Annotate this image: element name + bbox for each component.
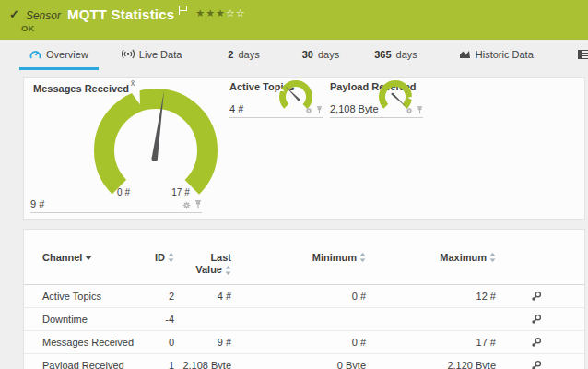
channel-gear-icon[interactable] xyxy=(305,107,312,114)
table-row: Downtime -4 xyxy=(24,308,584,331)
tab-live-data[interactable]: Live Data xyxy=(112,41,192,70)
channel-gear-icon[interactable] xyxy=(406,107,413,114)
log-table-icon xyxy=(578,50,588,59)
column-header-minimum[interactable]: Minimum xyxy=(231,252,366,263)
gauge-current-value: 2,108 Byte xyxy=(330,103,379,114)
channel-id: -4 xyxy=(151,314,174,325)
star-filled-icon[interactable]: ★ xyxy=(206,7,216,18)
tab-2-days[interactable]: 2 days xyxy=(218,41,269,70)
tab-log[interactable]: Log xyxy=(568,41,588,70)
channel-minimum: 0 Byte xyxy=(231,360,366,369)
prtg-sensor-page: { "header": { "kind": "Sensor", "title":… xyxy=(0,0,588,369)
channel-maximum: 12 # xyxy=(366,291,496,302)
channel-maximum: 2,120 Byte xyxy=(366,360,496,369)
column-header-last-value[interactable]: Last Value xyxy=(174,252,231,276)
channel-settings-wrench-icon[interactable] xyxy=(531,360,542,369)
channel-name: Messages Received xyxy=(42,337,151,348)
gauge-icon xyxy=(29,49,41,60)
tab-365-days[interactable]: 365 days xyxy=(364,41,428,70)
gauge-max-label: 17 # xyxy=(162,187,199,197)
channel-name: Payload Received xyxy=(42,360,151,369)
messages-received-gauge[interactable] xyxy=(87,80,234,205)
table-header-row: Channel ID Last Value Minimum xyxy=(24,230,584,285)
status-check-icon: ✓ xyxy=(9,7,19,22)
tab-30-days[interactable]: 30 days xyxy=(292,41,350,70)
channel-minimum: 0 # xyxy=(231,337,366,348)
gauge-current-value: 9 # xyxy=(30,198,44,209)
star-empty-icon[interactable]: ☆ xyxy=(226,7,236,18)
gauge-footer-payload: 2,108 Byte xyxy=(330,103,423,118)
gauge-average-marker-label: x̄ xyxy=(125,78,140,88)
sort-icon xyxy=(168,253,174,262)
column-header-id[interactable]: ID xyxy=(151,252,174,263)
channel-last-value: 2,108 Byte xyxy=(174,360,231,369)
gauge-min-label: 0 # xyxy=(105,187,142,197)
channel-name: Downtime xyxy=(42,314,151,325)
column-header-channel[interactable]: Channel xyxy=(42,252,151,263)
pin-icon[interactable] xyxy=(194,200,202,209)
priority-flag-icon[interactable] xyxy=(178,6,188,18)
channel-table-panel: Channel ID Last Value Minimum xyxy=(23,229,585,369)
table-row: Messages Received 0 9 # 0 # 17 # xyxy=(24,331,584,354)
page-title: MQTT Statistics xyxy=(67,6,174,23)
status-badge: OK xyxy=(21,23,34,33)
sort-icon xyxy=(489,253,496,262)
channel-last-value: 4 # xyxy=(174,291,231,302)
chart-icon xyxy=(459,49,471,59)
tab-overview[interactable]: Overview xyxy=(19,41,99,70)
tab-bar: Overview Live Data 2 days 30 days 365 da… xyxy=(0,40,588,70)
table-row: Active Topics 2 4 # 0 # 12 # xyxy=(24,285,584,308)
channel-id: 2 xyxy=(151,291,174,302)
channel-gear-icon[interactable] xyxy=(182,201,191,209)
channel-name: Active Topics xyxy=(42,291,151,302)
broadcast-icon xyxy=(122,49,135,59)
table-row: Payload Received 1 2,108 Byte 0 Byte 2,1… xyxy=(24,354,584,369)
channel-minimum: 0 # xyxy=(231,291,366,302)
sort-icon xyxy=(359,253,366,262)
gauge-current-value: 4 # xyxy=(229,103,243,114)
pin-icon[interactable] xyxy=(316,106,323,114)
sort-icon xyxy=(225,266,231,275)
sensor-status-bar: ✓ Sensor MQTT Statistics ★★★☆☆ OK xyxy=(0,0,588,40)
gauge-footer-messages: 9 # xyxy=(30,198,202,213)
pin-icon[interactable] xyxy=(417,106,423,114)
channel-last-value: 9 # xyxy=(174,337,231,348)
channel-id: 1 xyxy=(151,360,174,369)
star-filled-icon[interactable]: ★ xyxy=(195,7,206,18)
channel-maximum: 17 # xyxy=(366,337,496,348)
channel-settings-wrench-icon[interactable] xyxy=(531,337,542,348)
star-filled-icon[interactable]: ★ xyxy=(216,7,226,18)
object-kind-label: Sensor xyxy=(26,8,61,23)
column-header-maximum[interactable]: Maximum xyxy=(366,252,496,263)
rating-stars[interactable]: ★★★☆☆ xyxy=(195,7,245,18)
overview-gauges-panel: Messages Received x̄ 0 # 17 # 9 # Active… xyxy=(23,77,585,220)
star-empty-icon[interactable]: ☆ xyxy=(236,7,246,18)
channel-settings-wrench-icon[interactable] xyxy=(531,291,542,302)
gauge-footer-topics: 4 # xyxy=(229,103,323,118)
channel-settings-wrench-icon[interactable] xyxy=(531,314,542,325)
sort-caret-icon xyxy=(85,256,92,260)
tab-historic-data[interactable]: Historic Data xyxy=(449,41,544,70)
channel-id: 0 xyxy=(151,337,174,348)
